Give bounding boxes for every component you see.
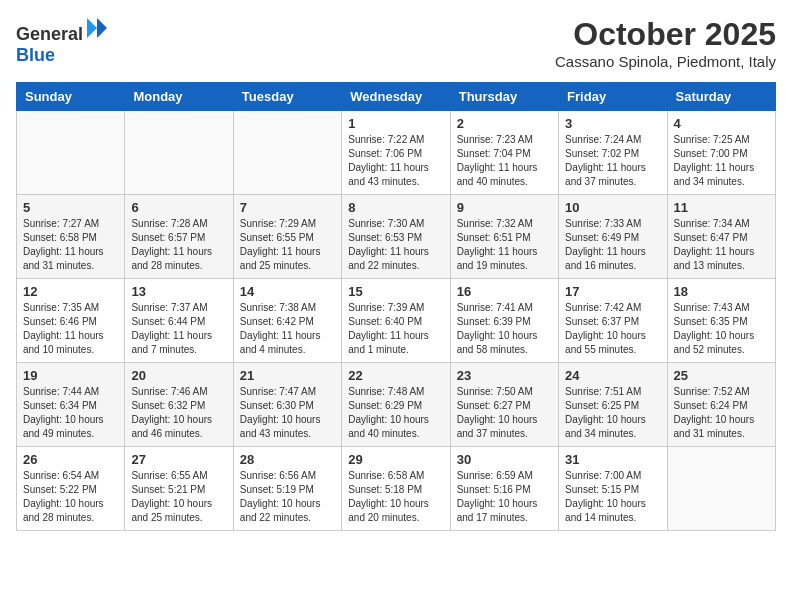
calendar-day: 8Sunrise: 7:30 AMSunset: 6:53 PMDaylight… <box>342 195 450 279</box>
title-block: October 2025 Cassano Spinola, Piedmont, … <box>555 16 776 70</box>
calendar-week-1: 1Sunrise: 7:22 AMSunset: 7:06 PMDaylight… <box>17 111 776 195</box>
calendar-day: 11Sunrise: 7:34 AMSunset: 6:47 PMDayligh… <box>667 195 775 279</box>
day-info: Sunrise: 6:58 AMSunset: 5:18 PMDaylight:… <box>348 469 443 525</box>
calendar-day: 27Sunrise: 6:55 AMSunset: 5:21 PMDayligh… <box>125 447 233 531</box>
day-number: 23 <box>457 368 552 383</box>
day-number: 5 <box>23 200 118 215</box>
day-number: 17 <box>565 284 660 299</box>
day-info: Sunrise: 7:41 AMSunset: 6:39 PMDaylight:… <box>457 301 552 357</box>
logo-text: General Blue <box>16 16 109 66</box>
day-number: 4 <box>674 116 769 131</box>
logo-icon <box>85 16 109 40</box>
day-info: Sunrise: 7:25 AMSunset: 7:00 PMDaylight:… <box>674 133 769 189</box>
weekday-header-saturday: Saturday <box>667 83 775 111</box>
day-info: Sunrise: 7:51 AMSunset: 6:25 PMDaylight:… <box>565 385 660 441</box>
day-info: Sunrise: 7:44 AMSunset: 6:34 PMDaylight:… <box>23 385 118 441</box>
calendar-day: 18Sunrise: 7:43 AMSunset: 6:35 PMDayligh… <box>667 279 775 363</box>
calendar-day: 25Sunrise: 7:52 AMSunset: 6:24 PMDayligh… <box>667 363 775 447</box>
day-info: Sunrise: 7:00 AMSunset: 5:15 PMDaylight:… <box>565 469 660 525</box>
day-number: 22 <box>348 368 443 383</box>
day-info: Sunrise: 7:52 AMSunset: 6:24 PMDaylight:… <box>674 385 769 441</box>
day-number: 15 <box>348 284 443 299</box>
calendar-week-3: 12Sunrise: 7:35 AMSunset: 6:46 PMDayligh… <box>17 279 776 363</box>
day-info: Sunrise: 6:54 AMSunset: 5:22 PMDaylight:… <box>23 469 118 525</box>
day-info: Sunrise: 7:42 AMSunset: 6:37 PMDaylight:… <box>565 301 660 357</box>
calendar-day <box>125 111 233 195</box>
day-number: 11 <box>674 200 769 215</box>
day-number: 31 <box>565 452 660 467</box>
day-info: Sunrise: 7:48 AMSunset: 6:29 PMDaylight:… <box>348 385 443 441</box>
day-number: 3 <box>565 116 660 131</box>
calendar-day: 13Sunrise: 7:37 AMSunset: 6:44 PMDayligh… <box>125 279 233 363</box>
day-number: 16 <box>457 284 552 299</box>
calendar-day <box>667 447 775 531</box>
day-info: Sunrise: 7:32 AMSunset: 6:51 PMDaylight:… <box>457 217 552 273</box>
day-number: 10 <box>565 200 660 215</box>
day-info: Sunrise: 7:39 AMSunset: 6:40 PMDaylight:… <box>348 301 443 357</box>
calendar-day: 2Sunrise: 7:23 AMSunset: 7:04 PMDaylight… <box>450 111 558 195</box>
day-number: 29 <box>348 452 443 467</box>
calendar-day: 23Sunrise: 7:50 AMSunset: 6:27 PMDayligh… <box>450 363 558 447</box>
weekday-header-row: SundayMondayTuesdayWednesdayThursdayFrid… <box>17 83 776 111</box>
day-info: Sunrise: 6:56 AMSunset: 5:19 PMDaylight:… <box>240 469 335 525</box>
logo: General Blue <box>16 16 109 66</box>
svg-marker-1 <box>87 18 97 38</box>
day-number: 30 <box>457 452 552 467</box>
calendar-week-4: 19Sunrise: 7:44 AMSunset: 6:34 PMDayligh… <box>17 363 776 447</box>
day-number: 2 <box>457 116 552 131</box>
calendar-day: 22Sunrise: 7:48 AMSunset: 6:29 PMDayligh… <box>342 363 450 447</box>
calendar-week-2: 5Sunrise: 7:27 AMSunset: 6:58 PMDaylight… <box>17 195 776 279</box>
day-number: 9 <box>457 200 552 215</box>
calendar-week-5: 26Sunrise: 6:54 AMSunset: 5:22 PMDayligh… <box>17 447 776 531</box>
calendar-day: 12Sunrise: 7:35 AMSunset: 6:46 PMDayligh… <box>17 279 125 363</box>
day-number: 8 <box>348 200 443 215</box>
day-info: Sunrise: 7:47 AMSunset: 6:30 PMDaylight:… <box>240 385 335 441</box>
day-number: 13 <box>131 284 226 299</box>
weekday-header-sunday: Sunday <box>17 83 125 111</box>
day-number: 14 <box>240 284 335 299</box>
calendar-day: 15Sunrise: 7:39 AMSunset: 6:40 PMDayligh… <box>342 279 450 363</box>
calendar-day: 1Sunrise: 7:22 AMSunset: 7:06 PMDaylight… <box>342 111 450 195</box>
calendar-day: 17Sunrise: 7:42 AMSunset: 6:37 PMDayligh… <box>559 279 667 363</box>
weekday-header-friday: Friday <box>559 83 667 111</box>
day-info: Sunrise: 7:28 AMSunset: 6:57 PMDaylight:… <box>131 217 226 273</box>
logo-blue: Blue <box>16 45 55 65</box>
weekday-header-tuesday: Tuesday <box>233 83 341 111</box>
day-info: Sunrise: 7:24 AMSunset: 7:02 PMDaylight:… <box>565 133 660 189</box>
day-info: Sunrise: 7:43 AMSunset: 6:35 PMDaylight:… <box>674 301 769 357</box>
day-info: Sunrise: 6:59 AMSunset: 5:16 PMDaylight:… <box>457 469 552 525</box>
day-number: 25 <box>674 368 769 383</box>
calendar-day: 4Sunrise: 7:25 AMSunset: 7:00 PMDaylight… <box>667 111 775 195</box>
calendar-day: 14Sunrise: 7:38 AMSunset: 6:42 PMDayligh… <box>233 279 341 363</box>
calendar-day: 10Sunrise: 7:33 AMSunset: 6:49 PMDayligh… <box>559 195 667 279</box>
calendar-day: 3Sunrise: 7:24 AMSunset: 7:02 PMDaylight… <box>559 111 667 195</box>
calendar-day: 7Sunrise: 7:29 AMSunset: 6:55 PMDaylight… <box>233 195 341 279</box>
day-info: Sunrise: 7:38 AMSunset: 6:42 PMDaylight:… <box>240 301 335 357</box>
day-info: Sunrise: 7:23 AMSunset: 7:04 PMDaylight:… <box>457 133 552 189</box>
day-number: 26 <box>23 452 118 467</box>
day-info: Sunrise: 7:30 AMSunset: 6:53 PMDaylight:… <box>348 217 443 273</box>
day-number: 18 <box>674 284 769 299</box>
logo-general: General <box>16 24 83 44</box>
day-number: 27 <box>131 452 226 467</box>
calendar-day: 21Sunrise: 7:47 AMSunset: 6:30 PMDayligh… <box>233 363 341 447</box>
calendar-day: 31Sunrise: 7:00 AMSunset: 5:15 PMDayligh… <box>559 447 667 531</box>
day-info: Sunrise: 7:22 AMSunset: 7:06 PMDaylight:… <box>348 133 443 189</box>
day-info: Sunrise: 7:35 AMSunset: 6:46 PMDaylight:… <box>23 301 118 357</box>
month-title: October 2025 <box>555 16 776 53</box>
calendar-day: 30Sunrise: 6:59 AMSunset: 5:16 PMDayligh… <box>450 447 558 531</box>
calendar-day <box>233 111 341 195</box>
day-number: 24 <box>565 368 660 383</box>
calendar-day: 26Sunrise: 6:54 AMSunset: 5:22 PMDayligh… <box>17 447 125 531</box>
calendar-day: 28Sunrise: 6:56 AMSunset: 5:19 PMDayligh… <box>233 447 341 531</box>
day-info: Sunrise: 6:55 AMSunset: 5:21 PMDaylight:… <box>131 469 226 525</box>
calendar-day: 19Sunrise: 7:44 AMSunset: 6:34 PMDayligh… <box>17 363 125 447</box>
calendar-day: 24Sunrise: 7:51 AMSunset: 6:25 PMDayligh… <box>559 363 667 447</box>
calendar-day: 9Sunrise: 7:32 AMSunset: 6:51 PMDaylight… <box>450 195 558 279</box>
day-info: Sunrise: 7:50 AMSunset: 6:27 PMDaylight:… <box>457 385 552 441</box>
day-info: Sunrise: 7:34 AMSunset: 6:47 PMDaylight:… <box>674 217 769 273</box>
day-info: Sunrise: 7:33 AMSunset: 6:49 PMDaylight:… <box>565 217 660 273</box>
svg-marker-0 <box>97 18 107 38</box>
calendar-day: 16Sunrise: 7:41 AMSunset: 6:39 PMDayligh… <box>450 279 558 363</box>
calendar-table: SundayMondayTuesdayWednesdayThursdayFrid… <box>16 82 776 531</box>
